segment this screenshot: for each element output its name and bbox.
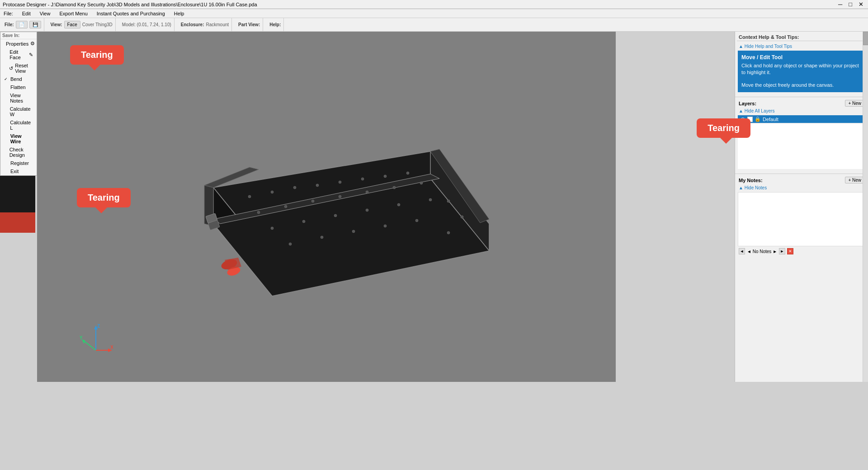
svg-text:Y: Y xyxy=(80,335,83,340)
rackmount-value: Rackmount xyxy=(206,22,229,27)
minimize-button[interactable]: ─ xyxy=(836,1,844,8)
toolbar-view-group: View: Face Cover Thing3D xyxy=(48,18,116,31)
layers-header: Layers: + New xyxy=(737,99,866,108)
svg-point-15 xyxy=(406,172,409,174)
svg-point-12 xyxy=(339,181,341,183)
svg-point-9 xyxy=(271,191,274,193)
toolbar-file-label: File: xyxy=(5,22,14,27)
save-button[interactable]: 💾 xyxy=(29,21,41,28)
tearing-callout-1: Tearing xyxy=(70,45,124,65)
menu-instant-quotes[interactable]: Instant Quotes and Purchasing xyxy=(95,10,167,17)
tool-desc-2: Move the object freely around the canvas… xyxy=(741,82,862,89)
properties-icon: ⚙ xyxy=(30,41,35,47)
next-note-button[interactable]: ► xyxy=(779,248,785,254)
dropdown-bend[interactable]: Bend xyxy=(0,75,37,83)
no-notes-label: ◄ No Notes ► xyxy=(747,249,777,254)
toolbar-model-group: Model: (0.01, 7.24, 1.10) xyxy=(119,18,175,31)
svg-point-36 xyxy=(447,231,450,234)
svg-point-16 xyxy=(257,211,260,214)
svg-point-28 xyxy=(397,203,400,206)
notes-section: My Notes: + New ▲ Hide Notes ◄ ◄ No Note… xyxy=(735,174,868,257)
notes-navigation: ◄ ◄ No Notes ► ► ✕ xyxy=(737,247,866,255)
svg-text:Z: Z xyxy=(97,324,100,329)
dropdown-calculate-w[interactable]: Calculate W xyxy=(0,105,37,118)
notes-area xyxy=(738,192,865,246)
cover-thing3d: Cover Thing3D xyxy=(82,22,113,27)
menu-edit[interactable]: Edit xyxy=(20,10,33,17)
right-panel: Context Help & Tool Tips: ▲ Hide Help an… xyxy=(735,32,868,382)
dropdown-register[interactable]: Register xyxy=(0,159,37,167)
dropdown-exit[interactable]: Exit xyxy=(0,167,37,175)
dropdown-section-save: Save In: xyxy=(0,32,37,39)
layers-label: Layers: xyxy=(739,101,756,106)
svg-point-17 xyxy=(284,205,287,208)
tool-title: Move / Edit Tool xyxy=(741,54,862,61)
window-controls: ─ □ ✕ xyxy=(836,1,865,8)
left-dropdown-menu: Save In: Properties ⚙ Edit Face ✎ ↺ Rese… xyxy=(0,32,37,176)
maximize-button[interactable]: □ xyxy=(847,1,854,8)
tearing-callout-3: Tearing xyxy=(697,118,750,138)
toolbar-view-label: View: xyxy=(51,22,62,27)
new-note-button[interactable]: + New xyxy=(845,177,864,183)
menu-file[interactable]: File: xyxy=(2,10,15,17)
hide-notes-button[interactable]: ▲ Hide Notes xyxy=(737,184,866,191)
dropdown-calculate-l[interactable]: Calculate L xyxy=(0,118,37,132)
svg-point-31 xyxy=(289,243,292,245)
svg-point-11 xyxy=(316,184,319,187)
svg-point-23 xyxy=(447,200,450,202)
svg-point-29 xyxy=(429,198,432,201)
context-help-body: Move / Edit Tool Click and hold any obje… xyxy=(738,51,865,92)
tool-desc-1: Click and hold any object or shape withi… xyxy=(741,62,862,76)
svg-point-35 xyxy=(415,219,418,222)
svg-point-19 xyxy=(339,195,341,198)
layers-section: Layers: + New ▲ Hide All Layers 👁 🔒 Defa… xyxy=(735,97,868,172)
hide-help-button[interactable]: ▲ Hide Help and Tool Tips xyxy=(737,43,866,50)
svg-point-27 xyxy=(366,209,368,212)
dropdown-properties[interactable]: Properties ⚙ xyxy=(0,39,37,48)
menu-export[interactable]: Export Menu xyxy=(57,10,89,17)
new-button[interactable]: 📄 xyxy=(16,21,28,28)
titlebar: Protocase Designer - J:\Diamond Key Secu… xyxy=(0,0,868,9)
svg-point-10 xyxy=(293,186,296,189)
svg-point-25 xyxy=(302,220,305,223)
svg-point-13 xyxy=(361,178,364,180)
svg-point-32 xyxy=(321,236,323,239)
svg-line-45 xyxy=(83,340,96,350)
toolbar-partview-label: Part View: xyxy=(238,22,260,27)
svg-point-21 xyxy=(393,186,396,189)
scrollbar-thumb[interactable] xyxy=(863,32,868,45)
menubar: File: Edit View Export Menu Instant Quot… xyxy=(0,9,868,18)
default-layer[interactable]: 👁 🔒 Default xyxy=(738,115,865,123)
new-layer-button[interactable]: + New xyxy=(845,100,864,107)
notes-label: My Notes: xyxy=(739,178,763,183)
hide-all-layers-button[interactable]: ▲ Hide All Layers xyxy=(737,108,866,114)
reset-icon: ↺ xyxy=(9,66,13,71)
dropdown-edit-face[interactable]: Edit Face ✎ xyxy=(0,48,37,61)
model-coordinates: Model: (0.01, 7.24, 1.10) xyxy=(122,22,171,27)
toolbar: File: 📄 💾 View: Face Cover Thing3D Model… xyxy=(0,18,868,32)
dropdown-view-notes[interactable]: View Notes xyxy=(0,91,37,105)
svg-point-22 xyxy=(420,182,423,184)
layers-list xyxy=(738,124,865,169)
svg-point-30 xyxy=(461,216,463,218)
prev-note-button[interactable]: ◄ xyxy=(739,248,745,254)
menu-help[interactable]: Help xyxy=(172,10,186,17)
svg-point-18 xyxy=(311,200,314,202)
toolbar-partview-group: Part View: xyxy=(236,18,263,31)
menu-view[interactable]: View xyxy=(38,10,52,17)
layer-lock-icon: 🔒 xyxy=(755,116,761,122)
context-help-section: Context Help & Tool Tips: ▲ Hide Help an… xyxy=(735,32,868,95)
dropdown-check-design[interactable]: Check Design xyxy=(0,146,37,159)
svg-point-24 xyxy=(271,227,274,230)
context-help-title: Context Help & Tool Tips: xyxy=(737,33,866,41)
axis-indicator: Z Y X xyxy=(60,332,96,368)
right-scrollbar[interactable] xyxy=(863,32,868,382)
dropdown-flatten[interactable]: Flatten xyxy=(0,83,37,91)
dropdown-reset-view[interactable]: ↺ Reset View xyxy=(0,61,37,75)
layer-name: Default xyxy=(763,117,778,122)
face-button[interactable]: Face xyxy=(64,21,80,28)
close-note-button[interactable]: ✕ xyxy=(787,248,793,254)
svg-point-33 xyxy=(352,230,355,233)
close-button[interactable]: ✕ xyxy=(857,1,865,8)
dropdown-view-wire[interactable]: View Wire xyxy=(0,132,37,146)
